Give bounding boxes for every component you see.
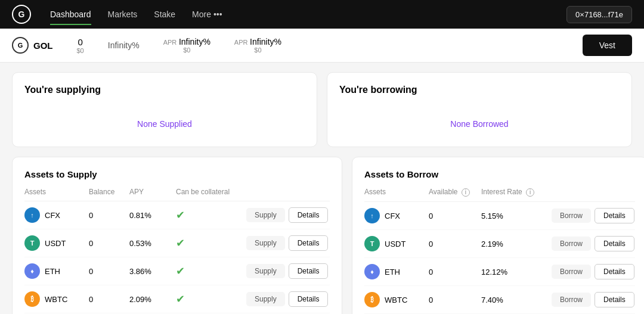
gol-apr2: APR Infinity% $0 — [234, 37, 281, 54]
borrowing-empty: None Borrowed — [339, 113, 620, 135]
borrow-actions: Borrow Details — [552, 236, 635, 251]
borrow-button[interactable]: Borrow — [552, 237, 591, 251]
main-content: You're supplying None Supplied You're bo… — [0, 63, 644, 314]
supply-actions: Supply Details — [246, 235, 330, 251]
borrow-details-button[interactable]: Details — [595, 236, 634, 251]
nav-dashboard[interactable]: Dashboard — [43, 5, 98, 24]
cfx-supply-icon: ↑ — [24, 207, 40, 223]
cfx-borrow-icon: ↑ — [364, 208, 380, 223]
borrow-table-header: Assets Available i Interest Rate i — [364, 188, 635, 202]
borrow-asset-name: ETH — [385, 268, 400, 276]
borrow-rate: 2.19% — [481, 240, 547, 248]
borrow-col-available: Available i — [429, 188, 476, 197]
vest-button[interactable]: Vest — [583, 35, 632, 56]
borrow-available: 0 — [429, 240, 476, 248]
supply-actions: Supply Details — [246, 263, 330, 279]
borrow-rate: 5.15% — [481, 212, 547, 220]
nav-links: Dashboard Markets Stake More ••• — [43, 5, 566, 24]
supply-button[interactable]: Supply — [246, 292, 285, 306]
supply-apy: 0.81% — [129, 211, 171, 220]
supply-table-header: Assets Balance APY Can be collateral — [24, 188, 330, 201]
bottom-row: Assets to Supply Assets Balance APY Can … — [12, 157, 632, 314]
borrow-details-button[interactable]: Details — [595, 208, 634, 223]
supply-collateral: ✔ — [176, 293, 242, 306]
borrow-asset-name: USDT — [385, 240, 405, 248]
borrow-table-row: T USDT 0 2.19% Borrow Details — [364, 230, 635, 258]
borrow-asset-name: WBTC — [385, 296, 407, 304]
supplying-empty: None Supplied — [24, 113, 305, 135]
supplying-title: You're supplying — [24, 85, 305, 95]
supply-rows: ↑ CFX 0 0.81% ✔ Supply Details T USDT 0 … — [24, 201, 330, 314]
supply-button[interactable]: Supply — [246, 208, 285, 222]
borrow-table-title: Assets to Borrow — [364, 169, 635, 179]
supply-table-card: Assets to Supply Assets Balance APY Can … — [12, 157, 342, 314]
nav-markets[interactable]: Markets — [101, 5, 145, 24]
available-info-icon: i — [462, 188, 470, 197]
top-row: You're supplying None Supplied You're bo… — [12, 72, 632, 147]
borrow-details-button[interactable]: Details — [595, 292, 634, 307]
supply-asset-cell: ♦ ETH — [24, 263, 84, 279]
supply-asset-name: ETH — [45, 267, 60, 276]
supply-balance: 0 — [89, 267, 125, 276]
supply-asset-cell: T USDT — [24, 235, 84, 251]
borrow-available: 0 — [429, 212, 476, 220]
borrow-asset-cell: ↑ CFX — [364, 208, 424, 223]
supply-details-button[interactable]: Details — [289, 235, 329, 251]
supply-asset-name: USDT — [45, 239, 66, 248]
nav-more[interactable]: More ••• — [185, 5, 230, 24]
borrow-asset-name: CFX — [385, 212, 400, 220]
supply-collateral: ✔ — [176, 209, 242, 222]
gol-apr1: APR Infinity% $0 — [163, 37, 210, 54]
nav-logo: G — [12, 5, 31, 24]
supply-details-button[interactable]: Details — [289, 291, 329, 307]
wbtc-supply-icon: ₿ — [24, 291, 40, 307]
supply-collateral: ✔ — [176, 265, 242, 278]
borrow-available: 0 — [429, 296, 476, 304]
borrow-asset-cell: T USDT — [364, 236, 424, 251]
gol-ticker: GOL — [33, 41, 53, 51]
gol-bar: G GOL 0 $0 Infinity% APR Infinity% $0 AP… — [0, 29, 644, 63]
supply-table-row: T USDT 0 0.53% ✔ Supply Details — [24, 229, 330, 257]
rate-info-icon: i — [526, 188, 534, 197]
borrow-rate: 7.40% — [481, 296, 547, 304]
borrow-table-row: ♦ ETH 0 12.12% Borrow Details — [364, 258, 635, 286]
supply-table-title: Assets to Supply — [24, 169, 330, 179]
gol-apy: Infinity% — [108, 41, 140, 50]
supply-balance: 0 — [89, 211, 125, 220]
borrow-asset-cell: ♦ ETH — [364, 264, 424, 279]
supply-col-apy: APY — [129, 188, 171, 196]
supply-balance: 0 — [89, 295, 125, 304]
collateral-check-icon: ✔ — [176, 293, 185, 306]
borrow-actions: Borrow Details — [552, 208, 635, 223]
borrow-details-button[interactable]: Details — [595, 264, 634, 279]
supply-col-assets: Assets — [24, 188, 84, 196]
nav-stake[interactable]: Stake — [147, 5, 182, 24]
supply-button[interactable]: Supply — [246, 236, 285, 250]
supply-details-button[interactable]: Details — [289, 263, 329, 279]
supply-balance: 0 — [89, 239, 125, 248]
wallet-button[interactable]: 0×7168...f71e — [566, 6, 632, 23]
supply-apy: 2.09% — [129, 295, 171, 304]
supply-button[interactable]: Supply — [246, 264, 285, 278]
borrowing-card: You're borrowing None Borrowed — [327, 72, 632, 147]
wbtc-borrow-icon: ₿ — [364, 292, 380, 307]
gol-balance: 0 $0 — [77, 37, 84, 54]
supply-details-button[interactable]: Details — [289, 207, 329, 223]
eth-borrow-icon: ♦ — [364, 264, 380, 279]
borrow-actions: Borrow Details — [552, 292, 635, 307]
borrow-col-rate: Interest Rate i — [481, 188, 547, 197]
collateral-check-icon: ✔ — [176, 237, 185, 250]
navbar: G Dashboard Markets Stake More ••• 0×716… — [0, 0, 644, 29]
supply-collateral: ✔ — [176, 237, 242, 250]
gol-logo: G GOL — [12, 37, 53, 54]
eth-supply-icon: ♦ — [24, 263, 40, 279]
supply-table-row: ↑ CFX 0 0.81% ✔ Supply Details — [24, 201, 330, 229]
supply-apy: 0.53% — [129, 239, 171, 248]
borrow-rows: ↑ CFX 0 5.15% Borrow Details T USDT 0 2.… — [364, 202, 635, 314]
borrow-button[interactable]: Borrow — [552, 265, 591, 279]
supply-actions: Supply Details — [246, 291, 330, 307]
supply-asset-cell: ↑ CFX — [24, 207, 84, 223]
borrow-actions: Borrow Details — [552, 264, 635, 279]
borrow-button[interactable]: Borrow — [552, 209, 591, 223]
borrow-button[interactable]: Borrow — [552, 293, 591, 307]
